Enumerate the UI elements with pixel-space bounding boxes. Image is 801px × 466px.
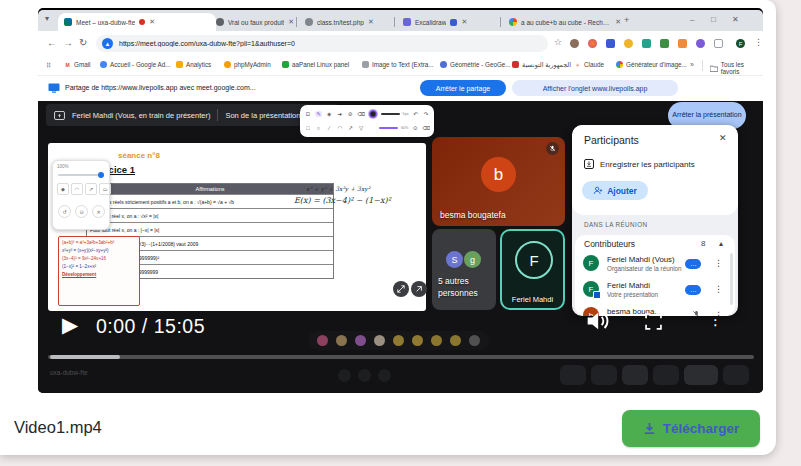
download-button[interactable]: Télécharger [622,410,760,447]
show-shared-tab-button[interactable]: Afficher l'onglet www.livepolls.app [512,80,678,96]
tab-close-icon[interactable]: ✕ [288,18,294,26]
tab-close-icon[interactable]: ✕ [461,18,467,26]
reaction-party-icon[interactable] [355,335,366,346]
arrow2-tool-icon[interactable]: ↗ [347,125,355,131]
extension-icon[interactable] [624,39,633,48]
select-tool-icon[interactable]: ⊡ [304,111,312,117]
color-picker[interactable] [368,109,378,119]
browser-menu-icon[interactable]: ⋮ [754,37,763,47]
forward-icon[interactable]: → [63,37,73,48]
reaction-cry-icon[interactable] [431,335,442,346]
participant-tile-besma[interactable]: b besma bougatefa [432,137,565,226]
extension-icon[interactable] [588,39,597,48]
extension-icon[interactable] [678,39,687,48]
reaction-heart-icon[interactable] [317,335,328,346]
tool-button[interactable]: ▭ [99,183,111,195]
extension-icon[interactable] [660,39,669,48]
tab-excalidraw[interactable]: Excalidraw ✕ [397,13,509,31]
line-tool-icon[interactable]: ∕ [325,125,333,131]
extension-icon[interactable] [606,39,615,48]
redo-icon[interactable]: ↷ [422,111,430,117]
tab-google-search[interactable]: a au cube+b au cube - Recherch ✕ [503,13,627,31]
curve-tool-icon[interactable]: ◠ [336,125,344,131]
undo-icon[interactable]: ↶ [412,111,420,117]
record-participants-row[interactable]: Enregistrer les participants [584,159,695,169]
trash-icon[interactable]: ⌫ [422,125,430,131]
target-icon[interactable]: ⊙ [75,205,88,218]
bookmark-tunisia[interactable]: الجمهورية التونسية [512,61,571,68]
tool-button[interactable]: ↗ [85,183,97,195]
tab-class-tn[interactable]: class.tn/test.php ✕ [299,13,403,31]
bookmark-phpmyadmin[interactable]: phpMyAdmin [224,61,271,68]
bookmark-image-to-text[interactable]: Image to Text (Extra... [362,61,433,68]
shared-whiteboard[interactable]: séance n°8 Exercice 1 Affirmations Pour … [48,143,426,311]
tab-meet[interactable]: Meet – uxa-dubw-fte ✕ [58,13,216,31]
visibility-icon[interactable]: ⊙ [412,125,420,131]
video-player[interactable]: ▾ Meet – uxa-dubw-fte ✕ Vrai ou faux pro… [38,8,763,393]
window-close-button[interactable]: ✕ [732,15,739,24]
panel-scrollbar[interactable] [730,253,733,305]
reaction-thinking-icon[interactable] [450,335,461,346]
player-menu-icon[interactable]: ⋮ [708,311,723,329]
tool-button[interactable]: ◆ [57,183,69,195]
open-button[interactable] [411,281,427,297]
polygon-tool-icon[interactable]: ▽ [357,125,365,131]
participant-row[interactable]: F Feriel Mahdi (Vous) Organisateur de la… [575,251,735,277]
omnibox[interactable]: ▲ https://meet.google.com/uxa-dubw-fte?p… [96,35,548,52]
tab-search-icon[interactable]: ▾ [45,14,49,23]
tab-close-icon[interactable]: ✕ [615,18,621,26]
new-tab-button[interactable]: + [624,15,629,25]
tab-close-icon[interactable]: ✕ [149,18,155,26]
fullscreen-icon[interactable] [645,313,662,330]
play-button[interactable]: ▶ [62,313,78,337]
ellipse-tool-icon[interactable]: ○ [315,125,323,131]
stroke-size-slider[interactable] [381,113,400,115]
row-menu-icon[interactable]: ⋮ [714,258,723,268]
bookmark-claude[interactable]: ✳ Claude [574,61,604,68]
reaction-clap-icon[interactable] [374,335,385,346]
extension-icon[interactable] [696,39,705,48]
profile-avatar[interactable]: F [736,39,745,48]
volume-icon[interactable] [583,307,611,335]
bookmark-star-icon[interactable]: ☆ [554,37,562,47]
bookmark-google-ads[interactable]: Accueil - Google Ad... [100,61,171,68]
reaction-thumbs-down-icon[interactable] [469,335,480,346]
extension-icon[interactable] [570,39,579,48]
bookmark-aapanel[interactable]: aaPanel Linux panel [282,61,349,68]
opacity-slider[interactable] [379,127,398,129]
site-info-icon[interactable]: ▲ [102,38,113,49]
arrow-tool-icon[interactable]: ➔ [336,111,344,117]
window-minimize-button[interactable]: – [690,15,694,24]
panel-close-icon[interactable]: ✕ [719,133,727,143]
delete-tool-icon[interactable]: ⌫ [357,111,365,117]
eraser-tool-icon[interactable]: ⊘ [347,111,355,117]
progress-bar[interactable] [48,355,754,359]
clear-icon[interactable]: ✕ [92,205,105,218]
bookmarks-overflow-icon[interactable]: » [690,61,694,68]
extension-icon[interactable] [642,39,651,48]
slider-thumb[interactable] [98,172,104,178]
window-maximize-button[interactable]: □ [711,15,716,24]
tab-close-icon[interactable]: ✕ [368,18,374,26]
rect-tool-icon[interactable]: □ [304,125,312,131]
bookmark-analytics[interactable]: Analytics [176,61,211,68]
apps-grid-icon[interactable]: ⠿ [46,62,51,70]
tool-button[interactable]: ◠ [71,183,83,195]
participant-tile-feriel[interactable]: F Feriel Mahdi [500,229,565,310]
expand-button[interactable] [393,281,409,297]
bookmark-all-favorites[interactable]: Tous les favoris [710,61,763,75]
tab-vrai-ou-faux[interactable]: Vrai ou faux produit ✕ [210,13,304,31]
participant-tile-others[interactable]: S g 5 autres personnes [432,229,496,310]
bookmark-geogebra[interactable]: Géométrie - GeoGe... [440,61,511,68]
whiteboard-tool-panel[interactable]: 100% ◆ ◠ ↗ ▭ ↺ ⊙ ✕ [52,160,110,230]
reaction-laugh-icon[interactable] [393,335,404,346]
participant-row[interactable]: F Feriel Mahdi Votre présentation ⋯ ⋮ [575,277,735,303]
reaction-wow-icon[interactable] [412,335,423,346]
add-people-button[interactable]: Ajouter [582,181,648,200]
extensions-puzzle-icon[interactable] [714,39,723,48]
undo-icon[interactable]: ↺ [58,205,71,218]
bookmark-gmail[interactable]: M Gmail [64,61,90,68]
row-menu-icon[interactable]: ⋮ [714,284,723,294]
back-icon[interactable]: ← [47,37,57,48]
highlighter-tool-icon[interactable]: ◈ [325,111,333,117]
